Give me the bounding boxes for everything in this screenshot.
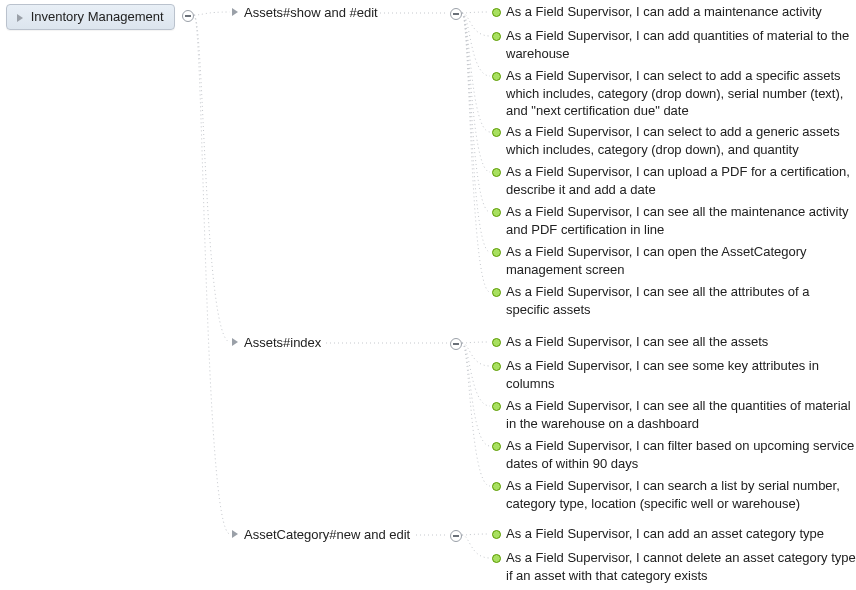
leaf-label: As a Field Supervisor, I can see all the… bbox=[506, 398, 851, 431]
leaf-dot-icon bbox=[492, 248, 501, 257]
leaf-node[interactable]: As a Field Supervisor, I can see some ke… bbox=[506, 357, 856, 392]
leaf-dot-icon bbox=[492, 128, 501, 137]
leaf-label: As a Field Supervisor, I can see all the… bbox=[506, 204, 849, 237]
leaf-node[interactable]: As a Field Supervisor, I can search a li… bbox=[506, 477, 856, 512]
branch-node[interactable]: Assets#show and #edit bbox=[244, 4, 378, 22]
leaf-node[interactable]: As a Field Supervisor, I can filter base… bbox=[506, 437, 856, 472]
leaf-label: As a Field Supervisor, I can add quantit… bbox=[506, 28, 849, 61]
leaf-node[interactable]: As a Field Supervisor, I can select to a… bbox=[506, 67, 856, 120]
leaf-label: As a Field Supervisor, I can open the As… bbox=[506, 244, 807, 277]
leaf-label: As a Field Supervisor, I can see all the… bbox=[506, 334, 768, 349]
collapse-icon[interactable] bbox=[450, 338, 462, 350]
root-node[interactable]: Inventory Management bbox=[6, 4, 175, 30]
leaf-node[interactable]: As a Field Supervisor, I can add an asse… bbox=[506, 525, 824, 543]
branch-node[interactable]: AssetCategory#new and edit bbox=[244, 526, 410, 544]
leaf-label: As a Field Supervisor, I can upload a PD… bbox=[506, 164, 850, 197]
leaf-dot-icon bbox=[492, 8, 501, 17]
leaf-node[interactable]: As a Field Supervisor, I can add quantit… bbox=[506, 27, 856, 62]
leaf-dot-icon bbox=[492, 442, 501, 451]
leaf-dot-icon bbox=[492, 168, 501, 177]
leaf-node[interactable]: As a Field Supervisor, I can see all the… bbox=[506, 333, 768, 351]
leaf-node[interactable]: As a Field Supervisor, I cannot delete a… bbox=[506, 549, 856, 584]
leaf-dot-icon bbox=[492, 482, 501, 491]
leaf-label: As a Field Supervisor, I can see all the… bbox=[506, 284, 810, 317]
leaf-dot-icon bbox=[492, 554, 501, 563]
branch-label: Assets#show and #edit bbox=[244, 5, 378, 20]
leaf-label: As a Field Supervisor, I cannot delete a… bbox=[506, 550, 856, 583]
arrow-icon bbox=[232, 530, 238, 538]
leaf-node[interactable]: As a Field Supervisor, I can see all the… bbox=[506, 283, 856, 318]
arrow-icon bbox=[232, 338, 238, 346]
leaf-node[interactable]: As a Field Supervisor, I can open the As… bbox=[506, 243, 856, 278]
branch-label: AssetCategory#new and edit bbox=[244, 527, 410, 542]
leaf-dot-icon bbox=[492, 288, 501, 297]
leaf-node[interactable]: As a Field Supervisor, I can select to a… bbox=[506, 123, 856, 158]
collapse-icon[interactable] bbox=[450, 8, 462, 20]
arrow-icon bbox=[232, 8, 238, 16]
leaf-label: As a Field Supervisor, I can select to a… bbox=[506, 68, 843, 118]
leaf-label: As a Field Supervisor, I can select to a… bbox=[506, 124, 840, 157]
leaf-node[interactable]: As a Field Supervisor, I can add a maint… bbox=[506, 3, 822, 21]
leaf-label: As a Field Supervisor, I can see some ke… bbox=[506, 358, 819, 391]
arrow-icon bbox=[17, 14, 23, 22]
branch-node[interactable]: Assets#index bbox=[244, 334, 321, 352]
leaf-node[interactable]: As a Field Supervisor, I can upload a PD… bbox=[506, 163, 856, 198]
leaf-label: As a Field Supervisor, I can add a maint… bbox=[506, 4, 822, 19]
leaf-dot-icon bbox=[492, 362, 501, 371]
branch-label: Assets#index bbox=[244, 335, 321, 350]
leaf-dot-icon bbox=[492, 32, 501, 41]
leaf-dot-icon bbox=[492, 208, 501, 217]
root-label: Inventory Management bbox=[31, 9, 164, 24]
leaf-dot-icon bbox=[492, 530, 501, 539]
collapse-icon[interactable] bbox=[182, 10, 194, 22]
collapse-icon[interactable] bbox=[450, 530, 462, 542]
leaf-dot-icon bbox=[492, 338, 501, 347]
leaf-label: As a Field Supervisor, I can filter base… bbox=[506, 438, 854, 471]
leaf-dot-icon bbox=[492, 402, 501, 411]
leaf-node[interactable]: As a Field Supervisor, I can see all the… bbox=[506, 203, 856, 238]
leaf-dot-icon bbox=[492, 72, 501, 81]
leaf-node[interactable]: As a Field Supervisor, I can see all the… bbox=[506, 397, 856, 432]
leaf-label: As a Field Supervisor, I can search a li… bbox=[506, 478, 840, 511]
leaf-label: As a Field Supervisor, I can add an asse… bbox=[506, 526, 824, 541]
